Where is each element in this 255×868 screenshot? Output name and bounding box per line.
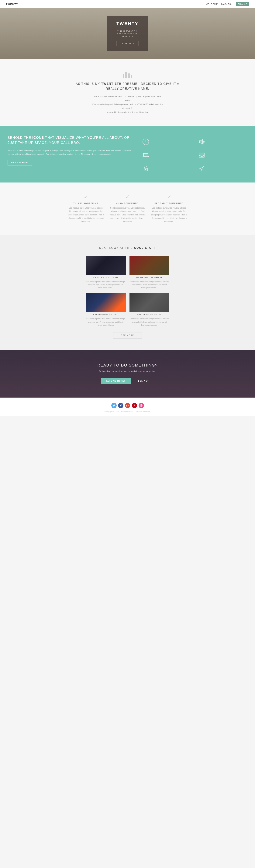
svg-point-12 — [201, 167, 203, 169]
cool-heading: NEXT LOOK AT THIS COOL STUFF — [6, 246, 249, 249]
cool-item-4: AND ANOTHER TRAIN Sed tristique purus vi… — [130, 293, 169, 327]
nav-layouts[interactable]: LAYOUTS ▾ — [221, 3, 232, 5]
cta-buttons: TAKE MY MONEY LOL WUT — [6, 378, 249, 384]
svg-point-11 — [145, 169, 146, 170]
bar-chart-icon — [123, 70, 132, 78]
checkmark-3: ✓ — [150, 194, 188, 200]
navbar-brand[interactable]: TWENTY — [6, 3, 19, 6]
checkmark-1: ✓ — [67, 194, 105, 200]
svg-marker-3 — [199, 140, 203, 144]
check-body-2: Sed tristique purus vitae volutpat ultri… — [109, 206, 146, 223]
cool-item-body-2: Sed tristique purus vitae volutpat commo… — [130, 280, 169, 289]
cool-img-train1 — [86, 256, 126, 275]
hero-card: TWENTY THIS IS TWENTY, A FREE RESPONSIVE… — [107, 16, 148, 51]
nav-welcome[interactable]: WELCOME — [206, 3, 218, 5]
cool-grid: A REALLY FAST TRAIN Sed tristique purus … — [86, 256, 169, 327]
footer-social-icons: g+ P — [6, 403, 249, 408]
cool-item-1: A REALLY FAST TRAIN Sed tristique purus … — [86, 256, 126, 289]
cool-item-title-1: A REALLY FAST TRAIN — [86, 277, 126, 279]
cool-item-body-3: Sed tristique purus vitae volutpat commo… — [86, 317, 126, 327]
facebook-icon[interactable] — [118, 403, 123, 408]
speaker-icon — [197, 137, 207, 147]
cool-item-2: AN AIRPORT TERMINAL Sed tristique purus … — [130, 256, 169, 289]
cta-heading: READY TO DO SOMETHING? — [6, 363, 249, 368]
check-col-1: ✓ THIS IS SOMETHING Sed tristique purus … — [67, 194, 105, 223]
chevron-down-icon: ▾ — [231, 3, 232, 5]
gear-icon — [197, 163, 207, 173]
see-more-button[interactable]: SEE MORE — [113, 332, 142, 339]
svg-line-7 — [143, 156, 143, 157]
hero-section: TWENTY THIS IS TWENTY, A FREE RESPONSIVE… — [0, 8, 255, 59]
freebie-heading: AS THIS IS MY TWENTIETH FREEBIE I DECIDE… — [71, 82, 184, 91]
check-title-1: THIS IS SOMETHING — [67, 203, 105, 205]
laptop-icon — [141, 150, 150, 160]
navbar-right: WELCOME LAYOUTS ▾ SIGN UP — [206, 2, 250, 6]
google-plus-icon[interactable]: g+ — [125, 403, 130, 408]
hero-divider — [114, 28, 141, 28]
pinterest-icon[interactable]: P — [132, 403, 137, 408]
twitter-icon[interactable] — [111, 403, 117, 408]
cool-item-title-4: AND ANOTHER TRAIN — [130, 314, 169, 316]
hero-button[interactable]: TELL ME MORE — [116, 41, 139, 46]
lock-icon — [141, 163, 150, 173]
svg-line-8 — [148, 156, 149, 157]
footer-copyright: Copyright © 2014 Coldviper Island. All r… — [6, 411, 249, 413]
teal-left: BEHOLD THE ICONS THAT VISUALIZE WHAT YOU… — [7, 135, 135, 165]
cta-section: READY TO DO SOMETHING? Proin a ullamcorp… — [0, 350, 255, 398]
signup-button[interactable]: SIGN UP — [236, 2, 249, 6]
lol-wut-button[interactable]: LOL WUT — [133, 378, 154, 384]
cool-img-train2 — [130, 293, 169, 312]
cool-img-airport — [130, 256, 169, 275]
bar1 — [123, 74, 124, 78]
cool-section: NEXT LOOK AT THIS COOL STUFF A REALLY FA… — [0, 235, 255, 350]
check-col-3: ✓ PROBABLY SOMETHING Sed tristique purus… — [150, 194, 188, 223]
hero-title: TWENTY — [114, 21, 141, 26]
freebie-section: AS THIS IS MY TWENTIETH FREEBIE I DECIDE… — [0, 59, 255, 126]
find-out-more-button[interactable]: FIND OUT MORE — [7, 160, 32, 165]
cool-item-body-4: Sed tristique purus vitae volutpat commo… — [130, 317, 169, 327]
teal-section: BEHOLD THE ICONS THAT VISUALIZE WHAT YOU… — [0, 126, 255, 183]
cta-body: Proin a ullamcorper elit, et sagittis tu… — [6, 370, 249, 372]
bar2 — [125, 72, 127, 78]
hero-subtitle: THIS IS TWENTY, A FREE RESPONSIVE TEMPLA… — [114, 30, 141, 38]
cool-item-body-1: Sed tristique purus vitae volutpat commo… — [86, 280, 126, 289]
teal-body: Sed tristique purus vitae volutpat ultri… — [7, 149, 135, 156]
cool-item-title-3: HYPERSPACE TRAVEL — [86, 314, 126, 316]
checkmark-2: ✓ — [109, 194, 146, 200]
cool-img-hyper — [86, 293, 126, 312]
checks-section: ✓ THIS IS SOMETHING Sed tristique purus … — [0, 183, 255, 235]
inbox-icon — [197, 150, 207, 160]
check-body-3: Sed tristique purus vitae volutpat ultri… — [150, 206, 188, 223]
cool-item-title-2: AN AIRPORT TERMINAL — [130, 277, 169, 279]
footer: g+ P Copyright © 2014 Coldviper Island. … — [0, 398, 255, 416]
clock-icon — [141, 137, 150, 147]
see-more-wrapper: SEE MORE — [6, 332, 249, 339]
take-money-button[interactable]: TAKE MY MONEY — [101, 378, 131, 384]
dribbble-icon[interactable] — [139, 403, 144, 408]
check-col-2: ✓ ALSO SOMETHING Sed tristique purus vit… — [109, 194, 146, 223]
check-body-1: Sed tristique purus vitae volutpat ultri… — [67, 206, 105, 223]
freebie-body: Turns out Twenty was the best I could co… — [92, 94, 163, 114]
bar3 — [128, 73, 130, 78]
check-title-3: PROBABLY SOMETHING — [150, 203, 188, 205]
teal-icons-grid — [141, 135, 248, 173]
check-title-2: ALSO SOMETHING — [109, 203, 146, 205]
navbar: TWENTY WELCOME LAYOUTS ▾ SIGN UP — [0, 0, 255, 8]
cool-item-3: HYPERSPACE TRAVEL Sed tristique purus vi… — [86, 293, 126, 327]
bar4 — [131, 75, 132, 78]
teal-heading: BEHOLD THE ICONS THAT VISUALIZE WHAT YOU… — [7, 135, 135, 145]
